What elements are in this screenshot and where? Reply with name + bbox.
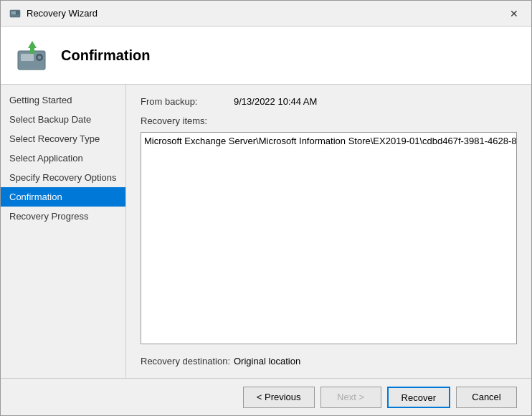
sidebar-item-select-backup-date[interactable]: Select Backup Date	[1, 110, 125, 129]
footer: < Previous Next > Recover Cancel	[1, 378, 531, 415]
recovery-items-label: Recovery items:	[141, 115, 517, 126]
app-icon	[9, 8, 21, 19]
sidebar-item-specify-recovery-options[interactable]: Specify Recovery Options	[1, 168, 125, 187]
next-button[interactable]: Next >	[320, 387, 381, 408]
main-window: Recovery Wizard ✕ Confirmation Getting S…	[0, 0, 532, 416]
recovery-wizard-icon	[15, 38, 49, 72]
title-bar-left: Recovery Wizard	[9, 8, 98, 19]
sidebar-item-select-application[interactable]: Select Application	[1, 148, 125, 168]
svg-rect-5	[21, 54, 34, 61]
sidebar: Getting Started Select Backup Date Selec…	[1, 85, 126, 378]
sidebar-item-confirmation[interactable]: Confirmation	[1, 187, 125, 207]
svg-rect-1	[11, 11, 16, 14]
from-backup-label: From backup:	[141, 96, 234, 107]
recover-button[interactable]: Recover	[387, 387, 450, 408]
destination-value: Original location	[234, 356, 300, 367]
destination-label: Recovery destination:	[141, 356, 234, 367]
main-content: Getting Started Select Backup Date Selec…	[1, 85, 531, 378]
from-backup-row: From backup: 9/13/2022 10:44 AM	[141, 96, 517, 107]
sidebar-item-select-recovery-type[interactable]: Select Recovery Type	[1, 129, 125, 148]
svg-point-3	[16, 12, 18, 14]
content-area: From backup: 9/13/2022 10:44 AM Recovery…	[126, 85, 531, 378]
close-button[interactable]: ✕	[505, 5, 523, 22]
title-bar: Recovery Wizard ✕	[1, 1, 531, 27]
svg-point-7	[38, 56, 42, 60]
destination-row: Recovery destination: Original location	[141, 356, 517, 367]
header-icon	[15, 38, 49, 72]
sidebar-item-recovery-progress[interactable]: Recovery Progress	[1, 207, 125, 226]
header-area: Confirmation	[1, 27, 531, 85]
cancel-button[interactable]: Cancel	[456, 387, 517, 408]
from-backup-value: 9/13/2022 10:44 AM	[234, 96, 317, 107]
window-title: Recovery Wizard	[27, 8, 98, 19]
recovery-items-content: Microsoft Exchange Server\Microsoft Info…	[144, 136, 513, 146]
recovery-items-box[interactable]: Microsoft Exchange Server\Microsoft Info…	[141, 132, 517, 344]
sidebar-item-getting-started[interactable]: Getting Started	[1, 90, 125, 110]
previous-button[interactable]: < Previous	[243, 387, 315, 408]
header-title: Confirmation	[61, 47, 150, 64]
